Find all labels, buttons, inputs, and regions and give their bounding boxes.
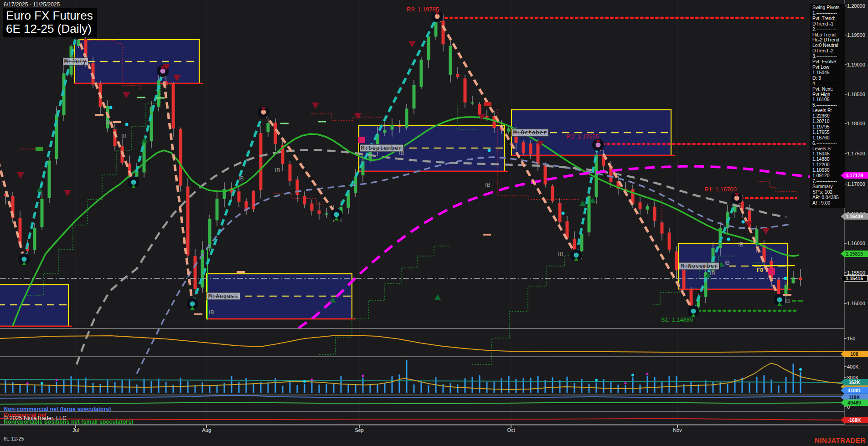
pivot-panel-line: DTrend -1 [812, 21, 844, 27]
copyright-label: © 2025 NinjaTrader, LLC [4, 415, 67, 421]
pivot-panel-line: 1.12200 [812, 162, 844, 168]
pivot-panel-line: 1.09120 [812, 173, 844, 179]
swing-pivots-info-panel: Swing Pivots1.-------------Pvt. Trend:DT… [810, 4, 845, 208]
initial-balance-label: IB [710, 270, 715, 277]
instrument-title: Euro FX Futures 6E 12-25 (Daily) [3, 8, 97, 37]
pivot-level-label: R2: 1.17655 [567, 133, 599, 140]
price-axis-tick: 1.17500 [847, 151, 865, 156]
pivot-panel-line: Pvt. Trend: [812, 16, 844, 21]
pivot-panel-line: Swing Pivots [812, 5, 844, 10]
pivot-panel-line: Hi:-2 DTrend [812, 37, 844, 43]
panel1-orange-line [0, 335, 844, 352]
pivot-level-label: R1: 1.16760 [704, 186, 737, 193]
price-axis-tag: 1.15415 [841, 275, 868, 282]
price-axis-tag: 49469 [841, 400, 868, 406]
price-axis-tag: 41001 [841, 387, 868, 394]
initial-balance-label: IB [121, 133, 127, 139]
month-profile-label: M:July [62, 58, 88, 66]
initial-balance-label: IB [399, 150, 404, 156]
title-line1: Euro FX Futures [6, 9, 93, 22]
date-range-label: 6/17/2025 - 11/25/2025 [4, 1, 60, 8]
month-profile-label: M:October [512, 129, 549, 137]
pivot-panel-line: Summary [812, 184, 844, 190]
initial-balance-label: IB [275, 167, 280, 174]
price-axis-tick: 1.19000 [847, 62, 865, 67]
pivot-panel-line: 4.------------- [812, 81, 844, 87]
price-axis-tag: 162K [841, 379, 868, 386]
pivot-panel-line: AF: 9.00 [812, 200, 844, 206]
pivot-panel-line: 1.19795 [812, 124, 844, 130]
price-axis-tag: 108 [841, 351, 868, 358]
pivot-panel-line: 1.14880 [812, 157, 844, 162]
pivot-panel-line: Lo:0 Neutral [812, 43, 844, 48]
price-axis-tick: 1.20000 [847, 3, 865, 9]
initial-balance-label: IB [209, 309, 214, 316]
pivot-panel-line: Pvt Low [812, 65, 844, 70]
time-axis-month-label: Oct [507, 427, 515, 433]
pivot-level-label: R3: 1.19795 [407, 6, 439, 13]
price-axis-tick: 1.16000 [847, 241, 865, 246]
pivot-panel-line: 1.------------- [812, 10, 844, 16]
price-axis-tick: 150 [847, 336, 855, 341]
pivot-panel-line: 1.16760 [812, 135, 844, 141]
pivot-panel-line: 1.16105 [812, 97, 844, 103]
initial-balance-label: IB [785, 298, 790, 304]
pivot-panel-line: 1.17655 [812, 130, 844, 135]
pivot-panel-line: Levels R: [812, 108, 844, 113]
initial-balance-label: IB [558, 251, 563, 257]
pivot-panel-line: 1.20710 [812, 119, 844, 124]
price-axis-tag: 1.16439 [841, 213, 868, 220]
price-axis-tick: 1.17000 [847, 181, 865, 187]
pivot-panel-line: 7.------------- [812, 179, 844, 184]
pivot-panel-line: DTrend -2 [812, 48, 844, 54]
price-axis-tick: 1.18500 [847, 92, 865, 97]
price-axis-tag: -168K [841, 417, 868, 424]
initial-balance-label: IB [105, 119, 111, 125]
initial-balance-label: IB [724, 260, 730, 266]
time-axis-month-label: Aug [202, 427, 211, 433]
pivot-panel-line: Pvt. Evolve: [812, 59, 844, 65]
pivot-panel-line: Pvt. Next: [812, 87, 844, 92]
pivot-panel-line: 5.------------- [812, 103, 844, 108]
title-line2: 6E 12-25 (Daily) [6, 22, 93, 36]
initial-balance-label: IB [485, 182, 491, 188]
panel3-cot-lines [0, 395, 844, 404]
price-axis-tick: 1.15500 [847, 270, 865, 276]
initial-balance-label: IB [738, 241, 744, 248]
pivot-panel-line: HiLo Trend: [812, 32, 844, 38]
chart-canvas[interactable] [0, 0, 868, 446]
pivot-panel-line: D: 3 [812, 76, 844, 81]
price-axis-tag: 1.17178 [841, 172, 868, 179]
month-profile-label: M:September [359, 144, 404, 152]
pivot-panel-line: 1.15045 [812, 151, 844, 157]
month-profile-label: M:November [679, 262, 720, 270]
price-axis-tag: 1.15815 [841, 251, 868, 257]
panel2-volume-bars [0, 360, 844, 393]
f0-label: F0 [757, 267, 763, 273]
time-axis-month-label: Sep [355, 427, 364, 433]
pivot-level-label: S1: 1.14880 [661, 316, 693, 323]
price-axis-tick: 1.15000 [847, 301, 865, 306]
month-profile-label: M:August [207, 292, 240, 300]
time-axis-month-label: Jul [72, 427, 79, 433]
ninjatrader-chart-window: 6/17/2025 - 11/25/2025 Euro FX Futures 6… [0, 0, 868, 446]
footer-instrument-label: 6E 12-25 [4, 436, 24, 441]
price-axis-tick: 1.18000 [847, 121, 865, 126]
price-axis-tick: 1.19500 [847, 32, 865, 38]
pivot-panel-line: AR: 0.04385 [812, 195, 844, 200]
pivot-panel-line: 2.------------- [812, 27, 844, 32]
initial-balance-label: IB [238, 175, 244, 182]
indicator-legend-label: Non-commercial net (large speculators) [4, 406, 111, 412]
price-axis-tick: 400K [847, 364, 859, 369]
pivot-panel-line: 3.------------- [812, 54, 844, 59]
ninjatrader-logo: NINJATRADER [815, 436, 866, 444]
pivot-panel-line: SP's: 102 [812, 190, 844, 195]
pivot-panel-line: Levels S: [812, 146, 844, 152]
time-axis-month-label: Nov [673, 427, 682, 433]
pivot-panel-line: 6.------------- [812, 141, 844, 146]
pivot-panel-line: 1.22960 [812, 113, 844, 119]
pivot-panel-line: 1.10630 [812, 168, 844, 173]
pivot-panel-line: 1.15045 [812, 70, 844, 76]
pivot-panel-line: Pvt High [812, 92, 844, 97]
